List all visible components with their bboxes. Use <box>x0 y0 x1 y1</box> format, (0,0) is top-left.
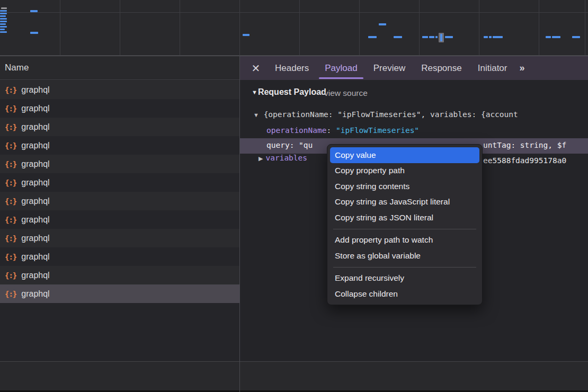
close-icon[interactable]: ✕ <box>250 56 262 80</box>
table-row[interactable]: {:}graphql <box>0 266 239 284</box>
table-row[interactable]: {:}graphql <box>0 136 239 155</box>
json-fetch-icon: {:} <box>5 197 16 206</box>
json-fetch-icon: {:} <box>5 234 16 243</box>
json-fetch-icon: {:} <box>5 86 16 94</box>
waterfall-bar <box>552 36 560 38</box>
table-row[interactable]: {:}graphql <box>0 210 239 229</box>
waterfall-bar <box>493 36 503 38</box>
table-row[interactable]: {:}graphql <box>0 247 239 266</box>
property-key: operationName <box>266 126 327 135</box>
request-name: graphql <box>21 215 49 225</box>
json-fetch-icon: {:} <box>5 160 16 168</box>
detail-tabbar: ✕ Headers Payload Preview Response Initi… <box>240 56 588 80</box>
waterfall-bar <box>422 36 428 38</box>
name-column-header[interactable]: Name <box>0 56 239 80</box>
menu-item-add-property-path-to-watch[interactable]: Add property path to watch <box>330 233 479 248</box>
context-menu: Copy value Copy property path Copy strin… <box>327 144 483 305</box>
overview-gridline <box>180 0 180 56</box>
tree-row-variables[interactable]: ▶variables <box>259 154 307 169</box>
query-right-fragment: untTag: string, $f <box>483 141 566 149</box>
overview-gridline <box>60 0 60 56</box>
devtools-network-panel: Name {:}graphql {:}graphql {:}graphql {:… <box>0 0 588 392</box>
overview-gridline <box>120 0 120 56</box>
network-overview-timeline[interactable] <box>0 0 588 56</box>
waterfall-bar <box>572 36 580 38</box>
table-row[interactable]: {:}graphql <box>0 118 239 136</box>
more-tabs-icon[interactable]: » <box>515 56 530 80</box>
overview-gridline <box>359 0 360 56</box>
menu-separator <box>333 229 476 229</box>
tab-payload[interactable]: Payload <box>317 56 365 80</box>
request-name: graphql <box>21 141 49 150</box>
property-key: variables <box>265 154 307 162</box>
waterfall-bar <box>379 23 386 25</box>
name-column-label: Name <box>5 63 29 73</box>
request-rows: {:}graphql {:}graphql {:}graphql {:}grap… <box>0 81 239 303</box>
variables-right-fragment: ee5588fdad995178a0 <box>483 156 566 165</box>
json-fetch-icon: {:} <box>5 179 16 187</box>
menu-item-copy-string-json-literal[interactable]: Copy string as JSON literal <box>330 210 479 226</box>
request-name: graphql <box>21 197 49 206</box>
waterfall-bar <box>484 36 488 38</box>
view-source-link[interactable]: view source <box>324 88 368 98</box>
collapse-triangle-icon: ▼ <box>253 112 259 118</box>
collapse-triangle-icon: ▼ <box>252 89 257 95</box>
table-row[interactable]: {:}graphql <box>0 192 239 210</box>
overview-gridline <box>0 12 588 13</box>
menu-item-store-as-global-variable[interactable]: Store as global variable <box>330 248 479 264</box>
table-row[interactable]: {:}graphql <box>0 99 239 118</box>
summary-footer <box>0 361 588 390</box>
waterfall-bar <box>0 31 7 33</box>
query-left-fragment: query: "qu <box>266 141 313 149</box>
waterfall-bar <box>445 36 453 38</box>
json-fetch-icon: {:} <box>5 271 16 280</box>
pane-splitter[interactable] <box>239 56 240 392</box>
request-name: graphql <box>21 271 49 280</box>
waterfall-bar <box>440 34 442 41</box>
waterfall-bar <box>429 36 434 38</box>
request-name: graphql <box>21 85 49 95</box>
menu-item-copy-value[interactable]: Copy value <box>330 147 479 163</box>
table-row[interactable]: {:}graphql <box>0 173 239 192</box>
table-row[interactable]: {:}graphql <box>0 155 239 173</box>
tab-response[interactable]: Response <box>413 56 470 80</box>
request-name: graphql <box>21 234 49 243</box>
json-fetch-icon: {:} <box>5 141 16 150</box>
overview-gridline <box>585 0 585 56</box>
json-fetch-icon: {:} <box>5 253 16 261</box>
waterfall-bar <box>0 18 7 20</box>
request-name: graphql <box>21 104 49 113</box>
menu-item-copy-string-js-literal[interactable]: Copy string as JavaScript literal <box>330 194 479 210</box>
request-payload-section[interactable]: ▼ Request Payload <box>252 87 326 97</box>
property-value: "ipFlowTimeseries" <box>336 126 419 135</box>
waterfall-bar <box>0 13 7 14</box>
waterfall-bar <box>30 10 38 12</box>
tab-headers[interactable]: Headers <box>267 56 317 80</box>
request-name: graphql <box>21 122 49 132</box>
json-fetch-icon: {:} <box>5 216 16 224</box>
request-list-pane: Name {:}graphql {:}graphql {:}graphql {:… <box>0 56 239 361</box>
menu-item-collapse-children[interactable]: Collapse children <box>330 286 479 302</box>
table-row[interactable]: {:}graphql <box>0 229 239 247</box>
tab-preview[interactable]: Preview <box>366 56 413 80</box>
request-name: graphql <box>21 289 49 299</box>
waterfall-bar <box>394 36 402 38</box>
waterfall-bar <box>0 29 5 30</box>
json-fetch-icon: {:} <box>5 290 16 298</box>
payload-summary-row[interactable]: ▼ {operationName: "ipFlowTimeseries", va… <box>253 110 588 119</box>
request-name: graphql <box>21 178 49 188</box>
menu-item-copy-property-path[interactable]: Copy property path <box>330 163 479 179</box>
json-fetch-icon: {:} <box>5 104 16 113</box>
waterfall-bar <box>243 34 250 36</box>
request-name: graphql <box>21 159 49 169</box>
table-row[interactable]: {:}graphql <box>0 81 239 99</box>
overview-gridline <box>419 0 420 56</box>
menu-item-expand-recursively[interactable]: Expand recursively <box>330 271 479 287</box>
menu-item-copy-string-contents[interactable]: Copy string contents <box>330 179 479 194</box>
tree-row-operation-name[interactable]: operationName: "ipFlowTimeseries" <box>266 126 419 135</box>
json-fetch-icon: {:} <box>5 123 16 131</box>
overview-gridline <box>239 0 240 56</box>
table-row-selected[interactable]: {:}graphql <box>0 284 239 303</box>
overview-gridline <box>299 0 300 56</box>
tab-initiator[interactable]: Initiator <box>470 56 515 80</box>
